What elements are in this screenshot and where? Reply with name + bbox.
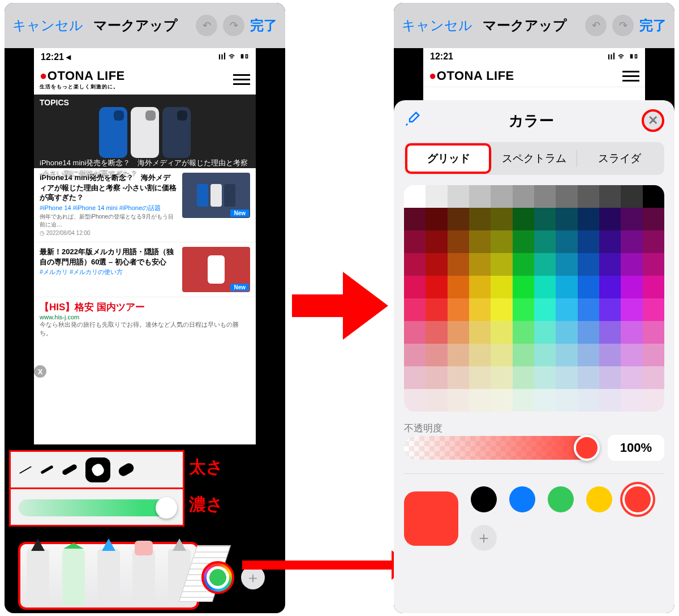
opacity-knob[interactable] [574, 435, 600, 461]
grid-cell[interactable] [469, 366, 491, 389]
grid-cell[interactable] [426, 276, 447, 298]
grid-cell[interactable] [513, 298, 534, 321]
grid-cell[interactable] [556, 208, 577, 230]
grid-cell[interactable] [448, 366, 469, 389]
grid-cell[interactable] [491, 230, 512, 253]
grid-cell[interactable] [469, 389, 491, 412]
grid-cell[interactable] [578, 253, 599, 276]
grid-cell[interactable] [469, 185, 491, 208]
grid-cell[interactable] [469, 276, 491, 298]
grid-cell[interactable] [448, 276, 469, 298]
grid-cell[interactable] [556, 230, 577, 253]
grid-cell[interactable] [621, 185, 642, 208]
ad-block[interactable]: 【HIS】格安 国内ツアー www.his-j.com 今なら秋出発の旅行も先取… [34, 297, 256, 341]
done-button[interactable]: 完了 [250, 16, 277, 35]
grid-cell[interactable] [513, 321, 534, 344]
cancel-button[interactable]: キャンセル [402, 16, 472, 35]
grid-cell[interactable] [448, 253, 469, 276]
grid-cell[interactable] [404, 208, 426, 230]
thickness-3[interactable] [62, 464, 78, 476]
article-item-2[interactable]: 最新！2022年版メルカリ用語・隠語（独自の専門用語）60選 – 初心者でも安心… [34, 242, 256, 297]
preset-swatch[interactable] [548, 486, 574, 512]
grid-cell[interactable] [643, 253, 664, 276]
grid-cell[interactable] [578, 276, 599, 298]
close-ad-icon[interactable]: X [34, 365, 46, 378]
thickness-4-selected[interactable] [85, 457, 110, 482]
grid-cell[interactable] [578, 298, 599, 321]
grid-cell[interactable] [469, 230, 491, 253]
grid-cell[interactable] [448, 185, 469, 208]
grid-cell[interactable] [513, 366, 534, 389]
grid-cell[interactable] [534, 321, 556, 344]
grid-cell[interactable] [599, 321, 621, 344]
grid-cell[interactable] [469, 298, 491, 321]
article-item-1[interactable]: iPhone14 mini発売を断念？ 海外メディアが報じた理由と考察 -小さい… [34, 168, 256, 242]
grid-cell[interactable] [643, 185, 664, 208]
grid-cell[interactable] [621, 298, 642, 321]
thickness-1[interactable] [19, 466, 32, 474]
tool-eraser[interactable] [132, 549, 155, 605]
grid-cell[interactable] [426, 185, 447, 208]
grid-cell[interactable] [491, 321, 512, 344]
grid-cell[interactable] [534, 253, 556, 276]
grid-cell[interactable] [404, 366, 426, 389]
grid-cell[interactable] [426, 366, 447, 389]
grid-cell[interactable] [534, 366, 556, 389]
grid-cell[interactable] [643, 321, 664, 344]
grid-cell[interactable] [513, 185, 534, 208]
tab-grid[interactable]: グリッド [406, 144, 491, 173]
grid-cell[interactable] [556, 366, 577, 389]
grid-cell[interactable] [621, 276, 642, 298]
grid-cell[interactable] [621, 389, 642, 412]
grid-cell[interactable] [621, 344, 642, 366]
preset-swatch[interactable] [625, 486, 651, 512]
opacity-slider[interactable] [404, 436, 599, 460]
grid-cell[interactable] [599, 298, 621, 321]
grid-cell[interactable] [426, 298, 447, 321]
grid-cell[interactable] [599, 276, 621, 298]
grid-cell[interactable] [556, 344, 577, 366]
tool-pencil[interactable] [97, 549, 120, 605]
grid-cell[interactable] [426, 389, 447, 412]
preset-swatch[interactable] [471, 486, 497, 512]
grid-cell[interactable] [491, 389, 512, 412]
grid-cell[interactable] [643, 208, 664, 230]
grid-cell[interactable] [491, 185, 512, 208]
grid-cell[interactable] [534, 389, 556, 412]
grid-cell[interactable] [621, 230, 642, 253]
tool-marker[interactable] [62, 549, 85, 605]
grid-cell[interactable] [448, 321, 469, 344]
redo-button[interactable]: ↷ [612, 15, 634, 36]
grid-cell[interactable] [404, 276, 426, 298]
thickness-2[interactable] [40, 465, 53, 474]
grid-cell[interactable] [491, 298, 512, 321]
color-grid[interactable] [404, 185, 664, 412]
eyedropper-icon[interactable] [404, 110, 421, 131]
grid-cell[interactable] [556, 298, 577, 321]
tool-pen[interactable] [27, 549, 49, 605]
grid-cell[interactable] [491, 276, 512, 298]
grid-cell[interactable] [404, 298, 426, 321]
grid-cell[interactable] [599, 208, 621, 230]
grid-cell[interactable] [556, 253, 577, 276]
grid-cell[interactable] [448, 230, 469, 253]
grid-cell[interactable] [513, 208, 534, 230]
grid-cell[interactable] [621, 208, 642, 230]
grid-cell[interactable] [599, 366, 621, 389]
grid-cell[interactable] [599, 185, 621, 208]
grid-cell[interactable] [491, 253, 512, 276]
grid-cell[interactable] [426, 208, 447, 230]
grid-cell[interactable] [556, 276, 577, 298]
grid-cell[interactable] [426, 230, 447, 253]
grid-cell[interactable] [578, 185, 599, 208]
undo-button[interactable]: ↶ [196, 15, 217, 36]
grid-cell[interactable] [491, 344, 512, 366]
add-preset-button[interactable]: ＋ [471, 525, 497, 551]
grid-cell[interactable] [534, 344, 556, 366]
grid-cell[interactable] [469, 321, 491, 344]
grid-cell[interactable] [599, 344, 621, 366]
grid-cell[interactable] [469, 208, 491, 230]
grid-cell[interactable] [599, 230, 621, 253]
preset-swatch[interactable] [586, 486, 612, 512]
grid-cell[interactable] [513, 253, 534, 276]
